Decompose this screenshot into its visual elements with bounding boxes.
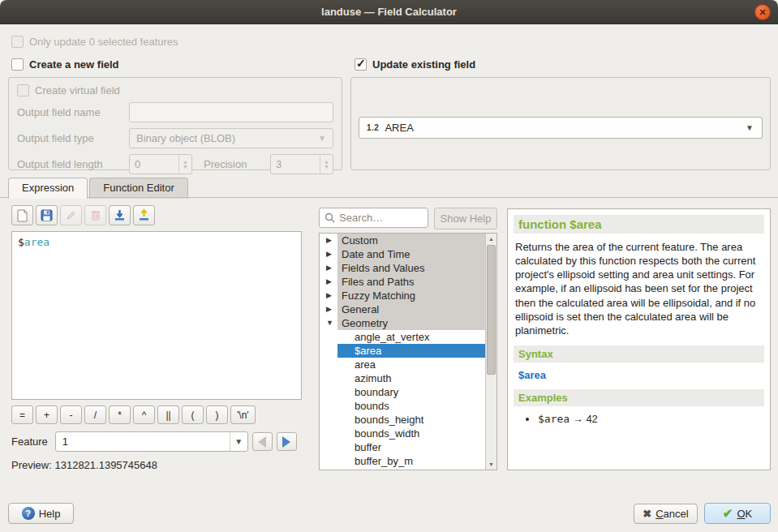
ok-button-label: OK [737, 508, 752, 520]
function-item-row[interactable]: buffer_by_m [320, 454, 496, 468]
precision-label: Precision [204, 158, 264, 170]
function-item-label: bounds_height [355, 414, 423, 426]
tab-bar: Expression Function Editor [8, 178, 190, 199]
function-item-row[interactable]: bounds_height [320, 413, 496, 427]
import-expression-button[interactable] [109, 205, 131, 225]
only-update-checkbox-row: Only update 0 selected features [11, 36, 178, 48]
tab-function-editor[interactable]: Function Editor [89, 178, 187, 199]
save-expression-button[interactable] [36, 205, 58, 225]
scroll-down-icon[interactable]: ▼ [486, 459, 496, 470]
close-icon[interactable]: ✕ [754, 4, 771, 20]
expression-dollar: $ [18, 236, 24, 248]
existing-field-combo[interactable]: 1.2 AREA ▼ [359, 117, 763, 139]
tab-pane-divider [0, 197, 778, 198]
previous-feature-button[interactable] [252, 432, 273, 451]
update-existing-field-checkbox[interactable] [355, 58, 367, 71]
function-item-row[interactable]: angle_at_vertex [320, 330, 496, 344]
operator-button[interactable]: '\n' [230, 405, 256, 424]
function-item-row[interactable]: azimuth [320, 371, 496, 385]
cancel-button[interactable]: ✖ Cancel [634, 504, 698, 524]
expression-toolbar [11, 205, 155, 225]
chevron-collapsed-icon[interactable]: ▶ [326, 302, 332, 316]
function-item-label: area [355, 358, 376, 371]
new-expression-button[interactable] [11, 205, 33, 225]
function-group-label: Geometry [342, 317, 388, 329]
operator-button[interactable]: ( [182, 405, 204, 424]
help-button[interactable]: ? Help [8, 503, 74, 524]
only-update-label: Only update 0 selected features [29, 36, 178, 48]
search-icon [325, 212, 335, 223]
example-arrow: → [573, 413, 583, 425]
function-item-label: $area [355, 345, 381, 357]
operator-button[interactable]: * [109, 405, 131, 424]
chevron-down-icon: ▼ [318, 134, 326, 143]
output-field-length-spinner[interactable]: 0 ▲▼ [129, 154, 192, 174]
next-feature-button[interactable] [277, 432, 297, 451]
tree-scrollbar[interactable]: ▲ ▼ [485, 234, 496, 470]
output-field-type-combo[interactable]: Binary object (BLOB) ▼ [129, 128, 333, 148]
field-calculator-dialog: landuse — Field Calculator ✕ Only update… [0, 0, 778, 532]
function-tree: ▶Custom▶Date and Time▶Fields and Values▶… [319, 233, 497, 470]
output-field-name-input[interactable] [129, 102, 333, 122]
function-group-row[interactable]: ▼Geometry [320, 316, 496, 330]
function-item-row[interactable]: area [320, 358, 496, 371]
spinner-arrows-icon: ▲▼ [320, 155, 333, 174]
chevron-collapsed-icon[interactable]: ▶ [326, 289, 332, 302]
function-group-row[interactable]: ▶Fields and Values [320, 261, 496, 275]
chevron-collapsed-icon[interactable]: ▶ [326, 234, 332, 247]
precision-spinner[interactable]: 3 ▲▼ [270, 154, 333, 174]
function-item-row[interactable]: boundary [320, 385, 496, 399]
function-group-row[interactable]: ▶Date and Time [320, 247, 496, 261]
help-title: function $area [514, 215, 764, 234]
edit-expression-button[interactable] [60, 205, 82, 225]
create-new-field-checkbox[interactable] [11, 58, 24, 71]
function-item-row[interactable]: $area [320, 344, 496, 358]
search-box[interactable] [319, 208, 428, 228]
virtual-field-checkbox[interactable] [17, 84, 29, 97]
function-group-row[interactable]: ▶Fuzzy Matching [320, 289, 496, 302]
function-item-row[interactable]: bounds_width [320, 427, 496, 440]
output-field-length-row: Output field length 0 ▲▼ Precision 3 ▲▼ [17, 154, 333, 174]
cancel-x-icon: ✖ [643, 508, 651, 520]
trash-icon [90, 209, 101, 221]
operator-button[interactable]: = [11, 405, 33, 424]
operator-button[interactable]: / [84, 405, 106, 424]
chevron-collapsed-icon[interactable]: ▶ [326, 275, 332, 289]
operator-button[interactable]: || [157, 405, 179, 424]
scroll-up-icon[interactable]: ▲ [486, 234, 496, 244]
spinner-arrows-icon: ▲▼ [178, 155, 191, 174]
show-help-button[interactable]: Show Help [434, 208, 497, 230]
operator-button[interactable]: ) [206, 405, 228, 424]
only-update-checkbox[interactable] [11, 36, 24, 48]
help-button-label: Help [39, 508, 61, 520]
chevron-collapsed-icon[interactable]: ▶ [326, 261, 332, 275]
virtual-field-label: Create virtual field [35, 84, 120, 97]
function-group-row[interactable]: ▶General [320, 302, 496, 316]
feature-combo[interactable]: 1 ▼ [55, 431, 248, 452]
ok-button[interactable]: ✔ OK [704, 503, 771, 524]
help-syntax-value: $area [518, 369, 759, 381]
tab-expression[interactable]: Expression [8, 178, 88, 199]
search-input[interactable] [339, 212, 408, 224]
function-group-row[interactable]: ▶Files and Paths [320, 275, 496, 289]
help-example-item: $area → 42 [538, 413, 763, 425]
export-expression-button[interactable] [133, 205, 155, 225]
titlebar[interactable]: landuse — Field Calculator ✕ [0, 0, 778, 24]
chevron-expanded-icon[interactable]: ▼ [326, 316, 333, 330]
delete-expression-button[interactable] [84, 205, 106, 225]
chevron-collapsed-icon[interactable]: ▶ [326, 247, 332, 261]
scrollbar-thumb[interactable] [487, 245, 496, 375]
operator-button[interactable]: ^ [133, 405, 155, 424]
expression-editor[interactable]: $area [11, 231, 302, 400]
existing-field-value: AREA [385, 122, 413, 134]
operator-button[interactable]: + [36, 405, 58, 424]
feature-label: Feature [11, 435, 48, 448]
function-item-row[interactable]: buffer [320, 440, 496, 454]
help-example-list: $area → 42 [538, 413, 763, 425]
operator-button[interactable]: - [60, 405, 82, 424]
function-item-label: azimuth [355, 372, 392, 384]
function-item-row[interactable]: bounds [320, 399, 496, 413]
function-item-label: boundary [355, 386, 398, 398]
function-group-row[interactable]: ▶Custom [320, 234, 496, 247]
next-arrow-icon [282, 436, 290, 448]
